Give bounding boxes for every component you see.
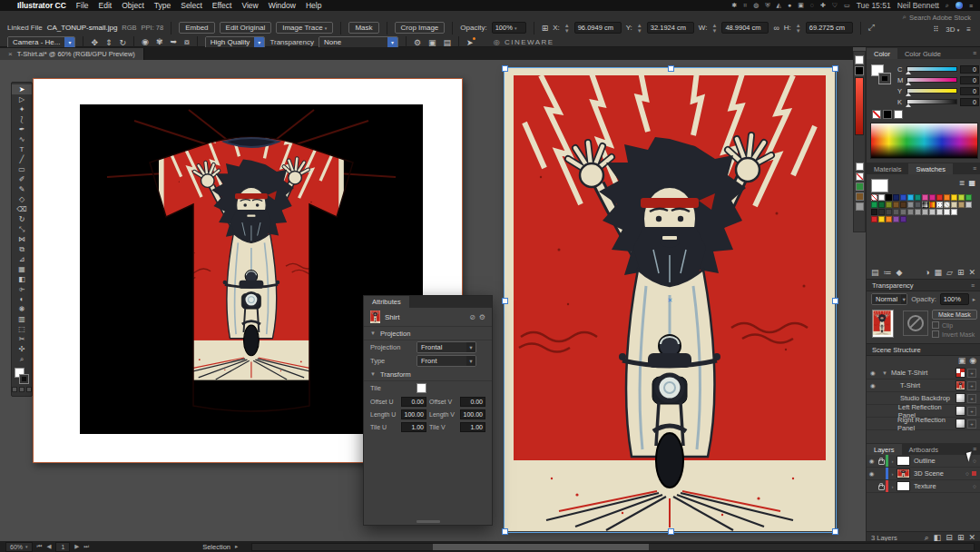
- slider-track[interactable]: [906, 66, 957, 72]
- layer-thumbnail[interactable]: [897, 481, 910, 491]
- layer-row[interactable]: ›Texture○: [867, 480, 980, 493]
- mini-swatch[interactable]: [856, 192, 864, 201]
- object-thumbnail[interactable]: [872, 310, 894, 338]
- tab-color[interactable]: Color: [867, 48, 897, 59]
- add-material-icon[interactable]: +: [967, 381, 976, 390]
- render-settings-icon[interactable]: ▣: [428, 38, 436, 47]
- swatch[interactable]: [878, 209, 885, 215]
- none-swatch[interactable]: [872, 110, 881, 119]
- swatch[interactable]: [915, 209, 921, 215]
- swatch[interactable]: [871, 216, 877, 222]
- visibility-eye-icon[interactable]: ◉: [867, 458, 877, 465]
- swatch[interactable]: [944, 202, 950, 208]
- rotate-tool[interactable]: ↻: [12, 214, 32, 224]
- slider-value-field[interactable]: 0: [960, 98, 979, 106]
- swatch[interactable]: [965, 202, 972, 208]
- y-field[interactable]: 32.1924 cm: [647, 22, 694, 34]
- app-menu[interactable]: Illustrator CC: [17, 1, 66, 10]
- slider-track[interactable]: [906, 77, 957, 83]
- panel-menu-icon[interactable]: ≡: [966, 25, 971, 34]
- workspace-switcher[interactable]: 3D ▾: [946, 25, 959, 34]
- selection-tool[interactable]: ➤: [12, 84, 32, 94]
- add-material-icon[interactable]: +: [967, 369, 976, 378]
- swatch[interactable]: [951, 209, 957, 215]
- add-material-icon[interactable]: +: [967, 394, 976, 403]
- swatch[interactable]: [900, 216, 906, 222]
- swatch[interactable]: [944, 194, 950, 201]
- menu-item[interactable]: Type: [154, 1, 171, 10]
- scene-item-thumbnail[interactable]: [956, 380, 965, 390]
- menubar-status-icon[interactable]: ◌: [810, 2, 814, 9]
- poster-artwork[interactable]: [505, 68, 835, 531]
- slider-value-field[interactable]: 0: [960, 87, 979, 95]
- lighting-icon[interactable]: ✾: [156, 37, 163, 47]
- layer-thumbnail[interactable]: [897, 468, 910, 478]
- symbol-sprayer-tool[interactable]: ❋: [12, 304, 32, 314]
- menu-item[interactable]: Select: [181, 1, 202, 10]
- constrain-proportions-icon[interactable]: ∞: [773, 24, 779, 33]
- swatch[interactable]: [915, 194, 921, 201]
- gradient-tool[interactable]: ◧: [12, 274, 32, 284]
- swatch[interactable]: [900, 202, 906, 208]
- length-u-field[interactable]: 100.00: [401, 409, 426, 419]
- swatch[interactable]: [936, 202, 943, 208]
- list-view-icon[interactable]: ≣: [959, 179, 965, 187]
- fill-stroke-control[interactable]: [15, 368, 29, 384]
- menubar-status-icon[interactable]: ♡: [832, 2, 838, 9]
- w-field[interactable]: 48.9904 cm: [721, 22, 769, 34]
- mini-swatch[interactable]: [856, 202, 864, 211]
- menu-item[interactable]: Edit: [99, 1, 113, 10]
- menubar-status-icon[interactable]: ▭: [844, 2, 850, 9]
- offset-u-field[interactable]: 0.00: [401, 397, 426, 407]
- lasso-tool[interactable]: ⟅: [12, 114, 32, 124]
- embed-button[interactable]: Embed: [179, 22, 214, 34]
- menu-item[interactable]: Effect: [212, 1, 232, 10]
- swatch[interactable]: [965, 194, 972, 201]
- perspective-grid-tool[interactable]: ⊿: [12, 254, 32, 264]
- render-icon[interactable]: ◉: [142, 37, 149, 47]
- scene-item-thumbnail[interactable]: [956, 393, 965, 403]
- menu-item[interactable]: Window: [269, 1, 296, 10]
- expand-chevron-icon[interactable]: ›: [888, 471, 897, 477]
- slider-marker[interactable]: [906, 93, 911, 96]
- expand-chevron-icon[interactable]: ›: [888, 458, 897, 464]
- curvature-tool[interactable]: ∿: [12, 134, 32, 144]
- unlink-icon[interactable]: ⊘: [469, 313, 475, 321]
- fill-stroke-proxy[interactable]: [871, 64, 891, 84]
- swatch[interactable]: [893, 194, 899, 201]
- slider-marker[interactable]: [906, 104, 911, 107]
- swatch[interactable]: [922, 209, 928, 215]
- panel-menu-icon[interactable]: ≡: [973, 165, 976, 172]
- siri-icon[interactable]: [956, 2, 963, 9]
- mask-thumbnail-empty[interactable]: [903, 310, 928, 336]
- menubar-user[interactable]: Neil Bennett: [897, 1, 939, 10]
- crop-image-button[interactable]: Crop Image: [395, 22, 446, 34]
- bend-icon[interactable]: ➥: [171, 37, 178, 47]
- projection-select[interactable]: Frontal▼: [416, 341, 476, 353]
- reference-point-icon[interactable]: ⊞: [542, 24, 549, 33]
- tab-materials[interactable]: Materials: [867, 163, 908, 174]
- image-trace-button[interactable]: Image Trace ▾: [276, 22, 333, 34]
- panel-menu-icon[interactable]: ≡: [971, 282, 975, 289]
- swatch[interactable]: [893, 209, 899, 215]
- current-swatch[interactable]: [871, 179, 888, 192]
- add-material-icon[interactable]: +: [967, 407, 976, 416]
- swatch[interactable]: [886, 194, 892, 201]
- menubar-status-icon[interactable]: ◍: [753, 2, 759, 9]
- menubar-status-icon[interactable]: ⌗: [743, 2, 747, 9]
- scene-render-icon[interactable]: ◉: [969, 356, 976, 365]
- settings-icon[interactable]: ⚙: [414, 38, 421, 47]
- pencil-tool[interactable]: ✎: [12, 184, 32, 194]
- slice-tool[interactable]: ✂: [12, 334, 32, 344]
- edit-original-button[interactable]: Edit Original: [220, 22, 272, 34]
- type-tool[interactable]: T: [12, 144, 32, 154]
- hand-tool[interactable]: ✣: [12, 344, 32, 354]
- stroke-proxy-swatch[interactable]: [855, 66, 864, 75]
- swatch[interactable]: [878, 216, 885, 222]
- target-circle-icon[interactable]: ○: [973, 483, 976, 489]
- line-tool[interactable]: ╱: [12, 154, 32, 164]
- tab-artboards[interactable]: Artboards: [902, 444, 946, 455]
- fill-proxy-swatch[interactable]: [855, 55, 864, 64]
- swatch-libraries-icon[interactable]: ▤: [871, 268, 879, 277]
- swatch[interactable]: [878, 202, 885, 208]
